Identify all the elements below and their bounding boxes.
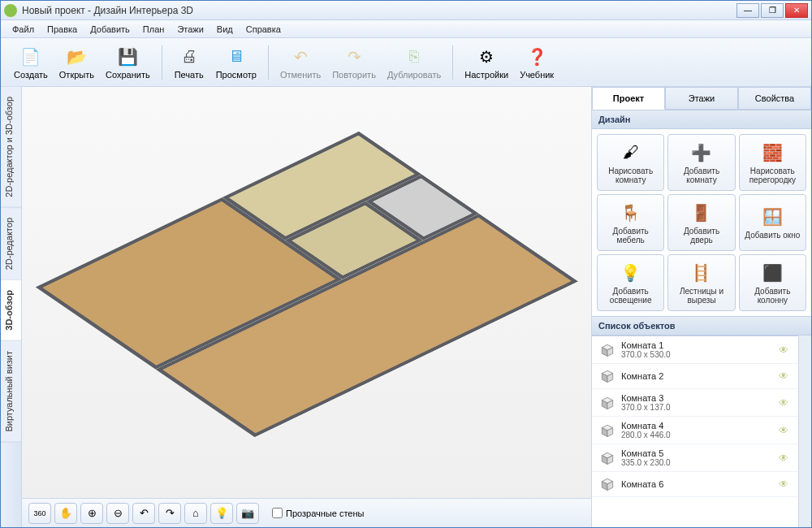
transparent-walls-label: Прозрачные стены — [286, 509, 364, 518]
object-name: Комната 3 — [621, 393, 671, 403]
redo-button: ↷Повторить — [327, 44, 381, 81]
object-row[interactable]: Комната 2👁 — [592, 364, 798, 389]
object-row[interactable]: Комната 4280.0 x 446.0👁 — [592, 417, 798, 444]
tab-2d[interactable]: 2D-редактор — [1, 208, 21, 280]
rotate-left-icon[interactable]: ↶ — [132, 503, 155, 524]
photo-icon[interactable]: 📷 — [236, 503, 259, 524]
add-furniture-button[interactable]: 🪑Добавить мебель — [597, 194, 664, 251]
settings-button[interactable]: ⚙Настройки — [460, 44, 513, 81]
menubar: ФайлПравкаДобавитьПланЭтажиВидСправка — [1, 20, 811, 38]
save-button[interactable]: 💾Сохранить — [101, 44, 155, 81]
help-icon: ❓ — [525, 45, 548, 68]
tab-2d-3d[interactable]: 2D-редактор и 3D-обзор — [1, 87, 21, 208]
object-row[interactable]: Комната 1370.0 x 530.0👁 — [592, 336, 798, 364]
light-icon[interactable]: 💡 — [210, 503, 233, 524]
undo-button: ↶Отменить — [275, 44, 326, 81]
menu-Добавить[interactable]: Добавить — [84, 22, 136, 37]
right-tab-Свойства[interactable]: Свойства — [738, 87, 811, 110]
add-column-label: Добавить колонну — [743, 287, 802, 305]
stairs-label: Лестницы и вырезы — [672, 287, 731, 305]
view-label: Просмотр — [216, 70, 257, 80]
view-button[interactable]: 🖥Просмотр — [211, 44, 261, 81]
menu-План[interactable]: План — [136, 22, 171, 37]
object-row[interactable]: Комната 5335.0 x 230.0👁 — [592, 444, 798, 472]
menu-Правка[interactable]: Правка — [41, 22, 84, 37]
visibility-eye-icon[interactable]: 👁 — [775, 452, 792, 464]
zoom-out-icon[interactable]: ⊖ — [106, 503, 129, 524]
hand-icon[interactable]: ✋ — [54, 503, 77, 524]
stairs-button[interactable]: 🪜Лестницы и вырезы — [667, 254, 735, 311]
main-toolbar: 📄Создать📂Открыть💾Сохранить🖨Печать🖥Просмо… — [1, 38, 811, 87]
open-button[interactable]: 📂Открыть — [54, 44, 99, 81]
add-door-label: Добавить дверь — [672, 227, 731, 245]
stairs-icon: 🪜 — [690, 262, 713, 284]
room-icon — [598, 422, 616, 439]
objects-section-header: Список объектов — [592, 316, 811, 335]
add-light-button[interactable]: 💡Добавить освещение — [597, 254, 664, 311]
rotate-right-icon[interactable]: ↷ — [158, 503, 181, 524]
transparent-walls-input[interactable] — [272, 508, 283, 518]
right-panel: ПроектЭтажиСвойства Дизайн 🖌Нарисовать к… — [592, 87, 811, 527]
menu-Вид[interactable]: Вид — [210, 22, 240, 37]
right-tab-Этажи[interactable]: Этажи — [665, 87, 738, 110]
undo-icon: ↶ — [289, 45, 312, 68]
save-icon: 💾 — [116, 45, 139, 68]
visibility-eye-icon[interactable]: 👁 — [775, 344, 792, 356]
draw-wall-button[interactable]: 🧱Нарисовать перегородку — [739, 134, 806, 191]
360-icon[interactable]: 360 — [28, 503, 51, 524]
camera-icon[interactable]: ⌂ — [184, 503, 207, 524]
room-icon — [598, 342, 616, 358]
add-door-button[interactable]: 🚪Добавить дверь — [667, 194, 735, 251]
object-name: Комната 1 — [621, 340, 671, 350]
add-window-label: Добавить окно — [745, 231, 800, 240]
minimize-button[interactable]: — — [736, 3, 759, 18]
object-row[interactable]: Комната 6👁 — [592, 472, 798, 497]
close-button[interactable]: ✕ — [785, 3, 808, 18]
menu-Справка[interactable]: Справка — [240, 22, 287, 37]
menu-Файл[interactable]: Файл — [6, 22, 41, 37]
menu-Этажи[interactable]: Этажи — [171, 22, 209, 37]
object-list[interactable]: Комната 1370.0 x 530.0👁Комната 2👁Комната… — [592, 335, 798, 527]
add-window-button[interactable]: 🪟Добавить окно — [739, 194, 806, 251]
print-icon: 🖨 — [178, 45, 201, 68]
draw-room-icon: 🖌 — [620, 141, 642, 164]
object-dimensions: 370.0 x 137.0 — [621, 403, 671, 412]
room-icon — [598, 368, 616, 384]
zoom-in-icon[interactable]: ⊕ — [80, 503, 103, 524]
new-button[interactable]: 📄Создать — [9, 44, 53, 81]
object-row[interactable]: Комната 3370.0 x 137.0👁 — [592, 389, 798, 417]
add-column-button[interactable]: ⬛Добавить колонну — [739, 254, 806, 311]
right-tab-Проект[interactable]: Проект — [592, 87, 665, 110]
visibility-eye-icon[interactable]: 👁 — [775, 478, 792, 490]
visibility-eye-icon[interactable]: 👁 — [775, 370, 792, 382]
add-light-label: Добавить освещение — [601, 287, 660, 305]
scrollbar[interactable] — [798, 335, 811, 527]
dup-icon: ⎘ — [403, 45, 425, 68]
3d-viewport[interactable] — [22, 87, 591, 498]
visibility-eye-icon[interactable]: 👁 — [775, 397, 792, 409]
undo-label: Отменить — [280, 70, 321, 80]
room-icon — [598, 395, 616, 411]
visibility-eye-icon[interactable]: 👁 — [775, 425, 792, 436]
draw-room-button[interactable]: 🖌Нарисовать комнату — [597, 134, 664, 191]
print-button[interactable]: 🖨Печать — [169, 44, 209, 81]
window-controls: — ❐ ✕ — [736, 3, 808, 18]
add-column-icon: ⬛ — [761, 262, 784, 284]
new-icon: 📄 — [19, 45, 42, 68]
maximize-button[interactable]: ❐ — [761, 3, 784, 18]
open-icon: 📂 — [65, 45, 88, 68]
help-label: Учебник — [520, 70, 554, 80]
add-room-button[interactable]: ➕Добавить комнату — [667, 134, 735, 191]
canvas-area: 360✋⊕⊖↶↷⌂💡📷Прозрачные стены — [22, 87, 592, 527]
object-dimensions: 335.0 x 230.0 — [621, 458, 671, 467]
settings-icon: ⚙ — [475, 45, 498, 68]
room-icon — [598, 450, 616, 466]
toolbar-separator — [452, 45, 453, 80]
transparent-walls-checkbox[interactable]: Прозрачные стены — [272, 508, 364, 518]
help-button[interactable]: ❓Учебник — [515, 44, 559, 81]
tab-3d[interactable]: 3D-обзор — [1, 280, 21, 341]
tab-virtual[interactable]: Виртуальный визит — [1, 341, 21, 443]
toolbar-separator — [162, 45, 162, 80]
add-furniture-label: Добавить мебель — [601, 227, 660, 245]
dup-label: Дублировать — [387, 70, 441, 80]
